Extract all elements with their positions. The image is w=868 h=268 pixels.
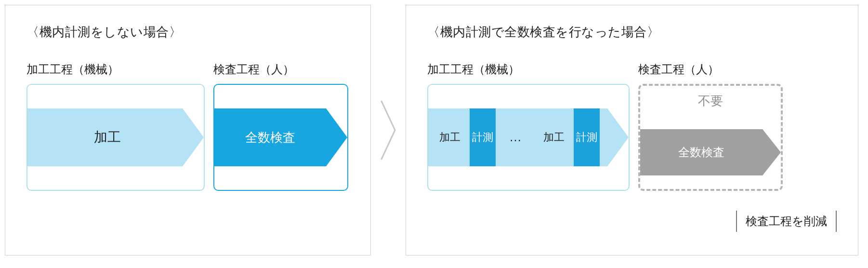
panel-title: 〈機内計測をしない場合〉 — [26, 24, 349, 40]
machining-arrow: 加工 — [27, 108, 204, 166]
machining-arrow: 加工 計測 … 加工 計測 — [428, 108, 629, 166]
inspection-box: 全数検査 — [213, 84, 348, 191]
inspection-process-label: 検査工程（人） — [213, 62, 294, 77]
process-boxes-row: 加工 全数検査 — [26, 84, 349, 191]
inspection-arrow-label: 全数検査 — [214, 108, 326, 166]
segment-machining: 加工 — [435, 108, 465, 166]
inspection-arrow: 全数検査 — [640, 129, 781, 175]
inspection-arrow: 全数検査 — [214, 108, 347, 166]
footer-text: 検査工程を削減 — [746, 214, 827, 229]
inspection-box-unneeded: 不要 全数検査 — [638, 84, 783, 191]
machining-box: 加工 — [26, 84, 205, 191]
inspection-arrow-label: 全数検査 — [640, 129, 763, 175]
panel-without-measurement: 〈機内計測をしない場合〉 加工工程（機械） 検査工程（人） 加工 全数検査 — [5, 5, 371, 255]
arrow-head-icon — [607, 108, 629, 166]
machining-process-label: 加工工程（機械） — [26, 62, 213, 77]
arrow-head-icon — [183, 108, 204, 166]
column-labels-row: 加工工程（機械） 検査工程（人） — [427, 62, 837, 77]
segment-machining: 加工 — [539, 108, 569, 166]
process-boxes-row: 加工 計測 … 加工 計測 不要 全数検査 — [427, 84, 837, 191]
chevron-right-icon — [379, 96, 398, 164]
segment-measurement: 計測 — [470, 108, 496, 166]
footer-bar-icon — [836, 211, 837, 232]
arrow-head-icon — [763, 129, 781, 175]
machining-arrow-label: 加工 — [27, 108, 183, 166]
arrow-head-icon — [326, 108, 347, 166]
inspection-process-label: 検査工程（人） — [638, 62, 719, 77]
footer-bar-icon — [736, 211, 737, 232]
column-labels-row: 加工工程（機械） 検査工程（人） — [26, 62, 349, 77]
panel-title: 〈機内計測で全数検査を行なった場合〉 — [427, 24, 837, 40]
segment-ellipsis: … — [500, 108, 534, 166]
segment-measurement: 計測 — [574, 108, 600, 166]
machining-process-label: 加工工程（機械） — [427, 62, 638, 77]
panel-separator — [371, 5, 406, 255]
machining-box: 加工 計測 … 加工 計測 — [427, 84, 630, 191]
unneeded-label: 不要 — [640, 93, 781, 109]
panel-with-measurement: 〈機内計測で全数検査を行なった場合〉 加工工程（機械） 検査工程（人） 加工 計… — [406, 5, 858, 255]
footer-note: 検査工程を削減 — [736, 211, 837, 232]
